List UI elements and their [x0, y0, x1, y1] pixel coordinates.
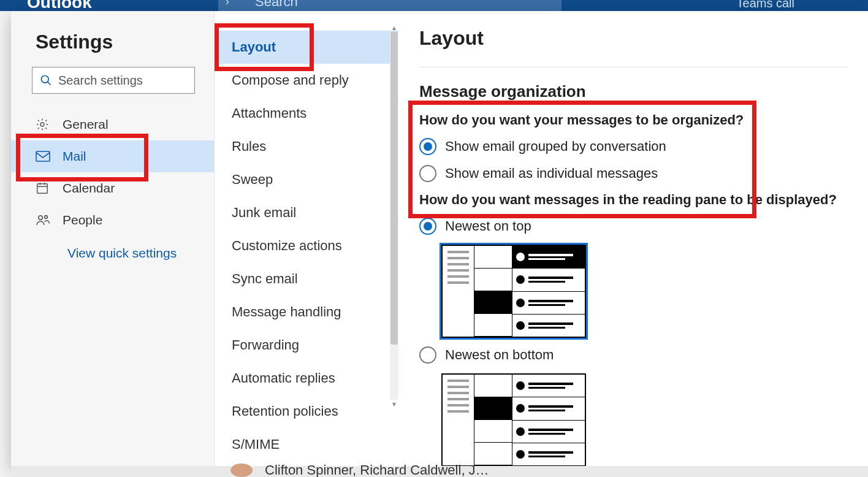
svg-line-1: [48, 82, 51, 85]
calendar-icon: [36, 181, 63, 195]
settings-search-placeholder: Search settings: [58, 74, 143, 88]
nav-people-label: People: [63, 213, 102, 227]
scroll-thumb[interactable]: [390, 32, 398, 345]
radio-icon: [419, 346, 436, 364]
submenu-junk[interactable]: Junk email: [215, 196, 398, 229]
page-title: Layout: [419, 27, 847, 67]
submenu-scrollbar[interactable]: ▴ ▾: [390, 32, 398, 400]
scroll-down-icon[interactable]: ▾: [390, 400, 398, 408]
nav-calendar[interactable]: Calendar: [11, 172, 214, 204]
nav-mail-label: Mail: [63, 149, 86, 164]
submenu-smime[interactable]: S/MIME: [215, 428, 398, 461]
submenu-handling[interactable]: Message handling: [215, 296, 398, 329]
preview-newest-bottom[interactable]: [441, 373, 586, 466]
background-mail-text: Clifton Spinner, Richard Caldwell, J…: [265, 462, 489, 477]
background-mail-strip: Clifton Spinner, Richard Caldwell, J…: [11, 466, 868, 477]
question-organization: How do you want your messages to be orga…: [419, 112, 847, 128]
people-icon: [36, 214, 63, 226]
submenu-sync[interactable]: Sync email: [215, 262, 398, 296]
global-search-placeholder: Search: [255, 0, 298, 10]
question-reading-pane: How do you want messages in the reading …: [419, 192, 847, 208]
search-icon: [40, 74, 52, 86]
radio-individual-label: Show email as individual messages: [445, 166, 658, 181]
view-quick-settings-link[interactable]: View quick settings: [67, 246, 214, 261]
submenu-sweep[interactable]: Sweep: [215, 163, 398, 196]
mail-icon: [36, 151, 63, 162]
gear-icon: [36, 118, 63, 131]
radio-conversation-label: Show email grouped by conversation: [445, 139, 666, 155]
svg-rect-4: [37, 184, 48, 194]
radio-conversation[interactable]: Show email grouped by conversation: [419, 138, 847, 155]
submenu-customize[interactable]: Customize actions: [215, 229, 398, 262]
teams-call-label[interactable]: Teams call: [737, 0, 794, 10]
radio-newest-top[interactable]: Newest on top: [419, 218, 847, 235]
nav-calendar-label: Calendar: [63, 181, 115, 196]
top-bar: Outlook › Search Teams call: [0, 0, 868, 11]
chevron-right-icon: ›: [226, 0, 229, 8]
radio-newest-top-label: Newest on top: [445, 218, 531, 234]
svg-rect-3: [36, 151, 50, 161]
nav-general[interactable]: General: [11, 109, 214, 140]
avatar: [230, 464, 253, 477]
submenu-autoreply[interactable]: Automatic replies: [215, 362, 398, 395]
preview-newest-top[interactable]: [441, 245, 586, 338]
svg-point-11: [39, 216, 42, 219]
settings-panel: Settings Search settings General Mail: [11, 11, 868, 466]
radio-individual[interactable]: Show email as individual messages: [419, 165, 847, 182]
submenu-attachments[interactable]: Attachments: [215, 97, 398, 130]
svg-point-2: [40, 123, 44, 126]
radio-newest-bottom[interactable]: Newest on bottom: [419, 346, 847, 364]
svg-point-12: [45, 216, 48, 219]
mail-submenu: Layout Compose and reply Attachments Rul…: [215, 11, 398, 466]
nav-mail[interactable]: Mail: [11, 140, 214, 172]
app-brand: Outlook: [27, 0, 92, 12]
settings-search[interactable]: Search settings: [32, 67, 195, 94]
submenu-compose[interactable]: Compose and reply: [215, 64, 398, 97]
settings-nav: General Mail Calendar People: [11, 109, 214, 236]
radio-icon: [419, 165, 436, 182]
nav-people[interactable]: People: [11, 204, 214, 236]
svg-point-0: [42, 76, 49, 83]
submenu-forwarding[interactable]: Forwarding: [215, 329, 398, 362]
radio-icon: [419, 218, 436, 235]
section-message-org: Message organization: [419, 82, 847, 101]
nav-general-label: General: [63, 117, 108, 132]
settings-content: Layout Message organization How do you w…: [398, 11, 868, 466]
global-search[interactable]: › Search: [218, 0, 562, 11]
radio-newest-bottom-label: Newest on bottom: [445, 347, 554, 363]
settings-sidebar: Settings Search settings General Mail: [11, 11, 215, 466]
scroll-up-icon[interactable]: ▴: [390, 23, 398, 32]
radio-icon: [419, 138, 436, 155]
settings-title: Settings: [11, 28, 214, 67]
submenu-retention[interactable]: Retention policies: [215, 395, 398, 428]
submenu-rules[interactable]: Rules: [215, 130, 398, 163]
submenu-layout[interactable]: Layout: [215, 31, 398, 64]
